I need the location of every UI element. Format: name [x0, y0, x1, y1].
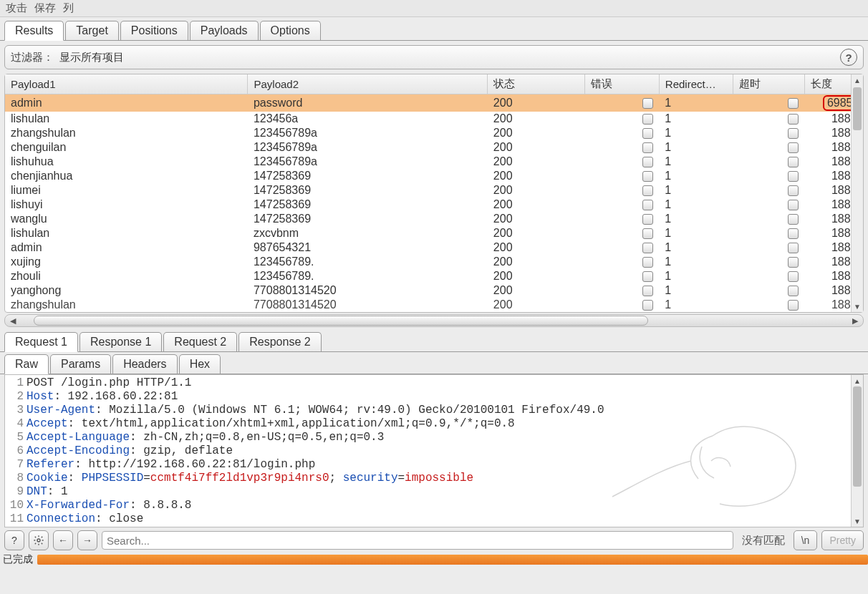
table-row[interactable]: xujing123456789.20011882 [5, 255, 863, 269]
tab-payloads[interactable]: Payloads [190, 21, 259, 40]
scroll-down-icon[interactable]: ▼ [852, 301, 863, 312]
table-row[interactable]: adminpassword20016985 [5, 94, 863, 112]
tab-hex[interactable]: Hex [179, 354, 221, 374]
tab-raw[interactable]: Raw [4, 354, 49, 374]
raw-vscroll[interactable]: ▲ ▼ [851, 375, 863, 527]
tab-response-2[interactable]: Response 2 [238, 332, 321, 351]
tab-response-1[interactable]: Response 1 [79, 332, 162, 351]
scroll-thumb[interactable] [853, 386, 862, 487]
results-table[interactable]: Payload1 Payload2 状态 错误 Redirect… 超时 长度 … [5, 74, 863, 312]
search-input[interactable] [102, 531, 733, 550]
timeout-checkbox [788, 185, 799, 196]
error-checkbox [642, 257, 653, 268]
timeout-checkbox [788, 200, 799, 210]
col-timeout[interactable]: 超时 [733, 74, 804, 94]
table-row[interactable]: liumei14725836920011882 [5, 183, 863, 198]
filter-bar[interactable]: 过滤器： 显示所有项目 ? [4, 45, 864, 69]
tab-request-1[interactable]: Request 1 [4, 332, 78, 352]
scroll-down-icon[interactable]: ▼ [852, 515, 863, 527]
code-line: 9DNT: 1 [6, 485, 863, 499]
error-checkbox [642, 114, 653, 125]
tab-target[interactable]: Target [65, 21, 118, 40]
error-checkbox [642, 171, 653, 182]
col-payload1[interactable]: Payload1 [5, 74, 248, 94]
error-checkbox [642, 157, 653, 167]
error-checkbox [642, 214, 653, 225]
table-vscroll[interactable]: ▲ ▼ [851, 74, 863, 312]
results-table-wrap: Payload1 Payload2 状态 错误 Redirect… 超时 长度 … [4, 74, 864, 313]
tab-positions[interactable]: Positions [120, 21, 188, 40]
code-line: 6Accept-Encoding: gzip, deflate [6, 444, 863, 458]
col-status[interactable]: 状态 [488, 74, 585, 94]
settings-button[interactable] [29, 530, 49, 550]
prev-match-button[interactable]: ← [53, 530, 73, 550]
timeout-checkbox [788, 128, 799, 139]
error-checkbox [642, 185, 653, 196]
col-redirect[interactable]: Redirect… [659, 74, 733, 94]
table-row[interactable]: zhangshulan123456789a20011882 [5, 126, 863, 140]
menu-bar: 攻击 保存 列 [0, 0, 868, 17]
request-tab-strip: Request 1Response 1Request 2Response 2 [0, 328, 868, 352]
error-checkbox [642, 200, 653, 210]
next-match-button[interactable]: → [77, 530, 97, 550]
tab-results[interactable]: Results [4, 21, 64, 41]
code-line: 2Host: 192.168.60.22:81 [6, 390, 863, 404]
scroll-thumb[interactable] [853, 87, 862, 130]
table-row[interactable]: yanghong770880131452020011882 [5, 283, 863, 298]
newline-toggle[interactable]: \n [794, 530, 818, 550]
help-button[interactable]: ? [840, 49, 857, 66]
table-row[interactable]: wanglu14725836920011882 [5, 212, 863, 226]
table-row[interactable]: chenjianhua14725836920011882 [5, 169, 863, 183]
tab-options[interactable]: Options [260, 21, 321, 40]
scroll-left-icon[interactable]: ◀ [6, 315, 19, 326]
code-line: 12Upgrade-Insecure-Requests: 1 [6, 526, 863, 527]
timeout-checkbox [788, 142, 799, 153]
timeout-checkbox [788, 157, 799, 167]
timeout-checkbox [788, 300, 799, 311]
bottom-bar: ? ← → 没有匹配 \n Pretty [0, 527, 868, 553]
raw-viewer[interactable]: 1POST /login.php HTTP/1.12Host: 192.168.… [4, 374, 864, 527]
error-checkbox [642, 271, 653, 282]
filter-value: 显示所有项目 [59, 51, 124, 64]
view-tab-strip: RawParamsHeadersHex [0, 352, 868, 374]
scroll-right-icon[interactable]: ▶ [849, 315, 862, 326]
filter-label: 过滤器： [11, 51, 54, 64]
status-text: 已完成 [0, 553, 33, 566]
table-row[interactable]: admin98765432120011882 [5, 240, 863, 255]
tab-params[interactable]: Params [50, 354, 111, 374]
tab-request-2[interactable]: Request 2 [163, 332, 237, 351]
scroll-up-icon[interactable]: ▲ [852, 74, 863, 86]
table-hscroll[interactable]: ◀ ▶ [4, 314, 864, 327]
col-payload2[interactable]: Payload2 [248, 74, 488, 94]
table-row[interactable]: chenguilan123456789a20011882 [5, 140, 863, 155]
col-error[interactable]: 错误 [585, 74, 660, 94]
timeout-checkbox [788, 228, 799, 239]
table-row[interactable]: zhouli123456789.20011882 [5, 269, 863, 283]
scroll-up-icon[interactable]: ▲ [852, 375, 863, 386]
error-checkbox [642, 300, 653, 311]
table-row[interactable]: lishulan123456a20011882 [5, 112, 863, 126]
menu-attack[interactable]: 攻击 [6, 1, 27, 14]
tab-headers[interactable]: Headers [112, 354, 177, 374]
table-row[interactable]: zhangshulan770880131452020011882 [5, 298, 863, 312]
error-checkbox [642, 243, 653, 253]
help-button[interactable]: ? [4, 530, 24, 550]
table-row[interactable]: lishuhua123456789a20011882 [5, 155, 863, 169]
error-checkbox [642, 286, 653, 296]
table-row[interactable]: lishuyi14725836920011882 [5, 198, 863, 212]
code-line: 3User-Agent: Mozilla/5.0 (Windows NT 6.1… [6, 404, 863, 417]
main-tab-strip: ResultsTargetPositionsPayloadsOptions [0, 17, 868, 41]
svg-point-0 [37, 539, 40, 542]
timeout-checkbox [788, 114, 799, 125]
timeout-checkbox [788, 271, 799, 282]
error-checkbox [642, 142, 653, 153]
pretty-button[interactable]: Pretty [821, 530, 864, 550]
menu-save[interactable]: 保存 [34, 1, 56, 14]
code-line: 7Referer: http://192.168.60.22:81/login.… [6, 458, 863, 472]
table-row[interactable]: lishulanzxcvbnm20011882 [5, 226, 863, 240]
hscroll-thumb[interactable] [34, 316, 648, 326]
timeout-checkbox [788, 257, 799, 268]
no-match-label: 没有匹配 [738, 534, 789, 547]
menu-columns[interactable]: 列 [63, 1, 74, 14]
code-line: 5Accept-Language: zh-CN,zh;q=0.8,en-US;q… [6, 431, 863, 444]
